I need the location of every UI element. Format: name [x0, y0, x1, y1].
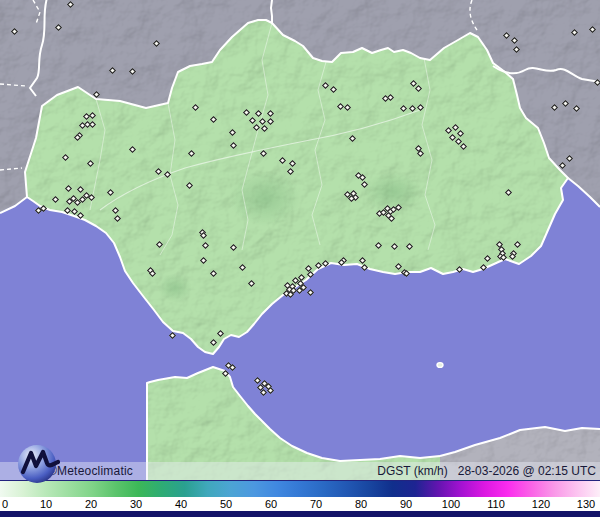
- color-scale-bar: [0, 480, 600, 497]
- scale-tick-label: 30: [130, 497, 142, 511]
- units-label: DGST (km/h): [377, 464, 447, 478]
- scale-tick-label: 50: [220, 497, 232, 511]
- scale-tick-label: 60: [265, 497, 277, 511]
- scale-tick-label: 70: [310, 497, 322, 511]
- river-top-center: [271, 0, 272, 23]
- datetime-label: 28-03-2026 @ 02:15 UTC: [458, 464, 596, 478]
- scale-tick-label: 80: [355, 497, 367, 511]
- bottom-border-strip: [0, 511, 600, 517]
- scale-tick-label: 120: [532, 497, 550, 511]
- scale-tick-label: 90: [400, 497, 412, 511]
- scale-tick-label: 130: [577, 497, 595, 511]
- weather-map-app: ©Meteoclimatic DGST (km/h) 28-03-2026 @ …: [0, 0, 600, 517]
- status-bar: ©Meteoclimatic DGST (km/h) 28-03-2026 @ …: [0, 462, 600, 480]
- color-scale-ticks: 0102030405060708090100110120130: [0, 497, 600, 511]
- meteoclimatic-logo[interactable]: [15, 443, 65, 485]
- scale-tick-label: 20: [85, 497, 97, 511]
- scale-tick-label: 40: [175, 497, 187, 511]
- scale-tick-label: 10: [40, 497, 52, 511]
- alboran-island: [437, 363, 443, 368]
- scale-tick-label: 110: [487, 497, 505, 511]
- scale-tick-label: 100: [442, 497, 460, 511]
- scale-tick-label: 0: [2, 497, 8, 511]
- map-canvas: [0, 0, 600, 480]
